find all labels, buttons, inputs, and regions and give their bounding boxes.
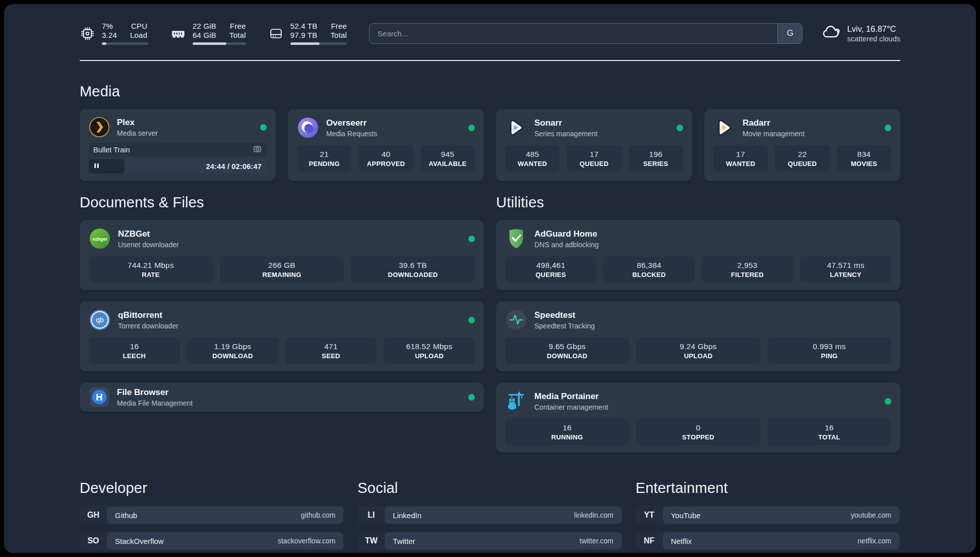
- search-engine-button[interactable]: G: [777, 24, 802, 43]
- app-card-filebrowser[interactable]: File Browser Media File Management: [80, 382, 484, 412]
- stat-tile: 266 GB REMAINING: [220, 256, 344, 283]
- bookmark-linkedin[interactable]: LI LinkedIn linkedin.com: [357, 506, 622, 525]
- status-dot: [468, 125, 475, 131]
- stat-tile: 1.19 Gbps DOWNLOAD: [187, 338, 278, 364]
- now-playing-title: Bullet Train: [93, 146, 130, 154]
- section-title-media: Media: [80, 83, 900, 100]
- app-subtitle: Media File Management: [117, 399, 193, 407]
- status-dot: [260, 124, 267, 131]
- search-bar: G: [369, 23, 803, 44]
- svg-text:nzbget: nzbget: [93, 237, 107, 242]
- app-card-adguard[interactable]: AdGuard Home DNS and adblocking 498,461 …: [496, 220, 900, 290]
- disk-values: 52.4 TB97.9 TB: [290, 22, 318, 40]
- stat-tile: 196 SERIES: [629, 145, 683, 172]
- memory-labels: FreeTotal: [229, 22, 246, 40]
- app-name: NZBGet: [118, 229, 179, 239]
- search-input[interactable]: [370, 24, 777, 43]
- app-card-speedtest[interactable]: Speedtest Speedtest Tracking 9.65 Gbps D…: [496, 301, 900, 371]
- stat-tile: 16 TOTAL: [767, 419, 891, 445]
- playback-progress-fill: [89, 159, 125, 174]
- bookmark-abbr: LI: [357, 506, 385, 525]
- stat-tile: 2,953 FILTERED: [702, 256, 793, 283]
- bookmark-name: Netflix: [671, 537, 692, 545]
- stat-tile: 16 RUNNING: [505, 419, 629, 445]
- section-title-social: Social: [357, 480, 622, 496]
- app-card-plex[interactable]: Plex Media server Bullet Train: [80, 109, 276, 181]
- section-title-developer: Developer: [80, 480, 344, 496]
- portainer-icon: [505, 390, 527, 412]
- app-subtitle: Media Requests: [326, 130, 377, 138]
- app-card-sonarr[interactable]: Sonarr Series management 485 WANTED 17 Q…: [496, 109, 692, 181]
- stat-tile: 21 PENDING: [297, 145, 351, 172]
- qbittorrent-icon: qb: [89, 309, 111, 331]
- cpu-icon: [80, 26, 95, 41]
- app-card-qbittorrent[interactable]: qb qBittorrent Torrent downloader: [80, 301, 484, 371]
- disk-progress-bar: [290, 42, 347, 45]
- app-subtitle: Speedtest Tracking: [534, 322, 595, 330]
- video-camera-icon: [253, 144, 262, 155]
- app-subtitle: Usenet downloader: [118, 241, 179, 249]
- bookmark-netflix[interactable]: NF Netflix netflix.com: [636, 531, 900, 550]
- topbar: 7%3.24 CPULoad: [80, 19, 900, 47]
- bookmark-url: linkedin.com: [574, 511, 614, 519]
- app-card-portainer[interactable]: Media Portainer Container management 16 …: [496, 382, 900, 453]
- cpu-progress-bar: [102, 42, 148, 45]
- pause-icon: [93, 162, 100, 171]
- app-name: qBittorrent: [118, 310, 178, 320]
- disk-icon: [268, 26, 284, 41]
- bookmark-abbr: TW: [357, 531, 385, 550]
- app-subtitle: Movie management: [743, 130, 805, 138]
- app-name: Sonarr: [534, 118, 597, 128]
- section-title-entertainment: Entertainment: [636, 480, 900, 496]
- stat-tile: 0 STOPPED: [636, 419, 760, 445]
- bookmark-name: Github: [115, 511, 137, 520]
- stat-tile: 9.24 Gbps UPLOAD: [636, 338, 760, 364]
- bookmark-name: Twitter: [393, 537, 415, 545]
- status-dot: [885, 125, 891, 131]
- weather-condition: scattered clouds: [847, 35, 900, 43]
- app-name: File Browser: [117, 387, 193, 398]
- sonarr-icon: [505, 117, 527, 139]
- bookmark-stackoverflow[interactable]: SO StackOverflow stackoverflow.com: [80, 531, 344, 550]
- system-stats: 7%3.24 CPULoad: [80, 22, 347, 45]
- section-title-utilities: Utilities: [496, 194, 900, 211]
- nzbget-icon: nzbget: [89, 228, 111, 250]
- bookmark-abbr: NF: [636, 531, 663, 550]
- memory-stat: 22 GiB64 GiB FreeTotal: [170, 22, 246, 45]
- bookmark-abbr: YT: [636, 506, 663, 525]
- dashboard: 7%3.24 CPULoad: [4, 4, 976, 553]
- app-subtitle: Series management: [534, 130, 597, 138]
- bookmark-url: youtube.com: [851, 511, 891, 519]
- stat-tile: 47.571 ms LATENCY: [800, 256, 891, 283]
- app-card-radarr[interactable]: Radarr Movie management 17 WANTED 22 QUE…: [704, 109, 900, 181]
- weather-location-temp: Lviv, 16.87°C: [847, 24, 900, 34]
- stat-tile: 0.993 ms PING: [767, 338, 891, 364]
- bookmark-abbr: SO: [80, 531, 107, 550]
- stat-tile: 86,384 BLOCKED: [603, 256, 695, 283]
- stat-tile: 618.52 Mbps UPLOAD: [384, 338, 475, 364]
- stat-tile: 17 QUEUED: [567, 145, 621, 172]
- bookmark-github[interactable]: GH Github github.com: [80, 506, 344, 525]
- status-dot: [677, 125, 683, 131]
- stat-tile: 945 AVAILABLE: [420, 145, 475, 172]
- bookmark-twitter[interactable]: TW Twitter twitter.com: [357, 531, 622, 550]
- playback-time: 24:44 / 02:06:47: [206, 162, 262, 171]
- disk-stat: 52.4 TB97.9 TB FreeTotal: [268, 22, 347, 45]
- bookmark-url: github.com: [301, 511, 335, 519]
- app-card-nzbget[interactable]: nzbget NZBGet Usenet downloader 74: [80, 220, 484, 290]
- memory-progress-fill: [193, 42, 226, 45]
- playback-progress-bar[interactable]: 24:44 / 02:06:47: [89, 159, 267, 174]
- search-engine-label: G: [787, 28, 793, 38]
- stat-tile: 834 MOVIES: [837, 145, 891, 172]
- adguard-icon: [505, 228, 527, 250]
- filebrowser-icon: [89, 386, 110, 408]
- stat-tile: 744.21 Mbps RATE: [89, 256, 213, 283]
- stat-tile: 16 LEECH: [89, 338, 180, 364]
- app-name: Radarr: [743, 118, 805, 128]
- bookmark-name: LinkedIn: [393, 511, 421, 520]
- disk-labels: FreeTotal: [330, 22, 347, 40]
- plex-now-playing: Bullet Train: [89, 143, 267, 174]
- bookmark-youtube[interactable]: YT YouTube youtube.com: [636, 506, 900, 525]
- app-name: Media Portainer: [534, 392, 608, 402]
- app-card-overseerr[interactable]: Overseerr Media Requests 21 PENDING 40 A…: [288, 109, 484, 181]
